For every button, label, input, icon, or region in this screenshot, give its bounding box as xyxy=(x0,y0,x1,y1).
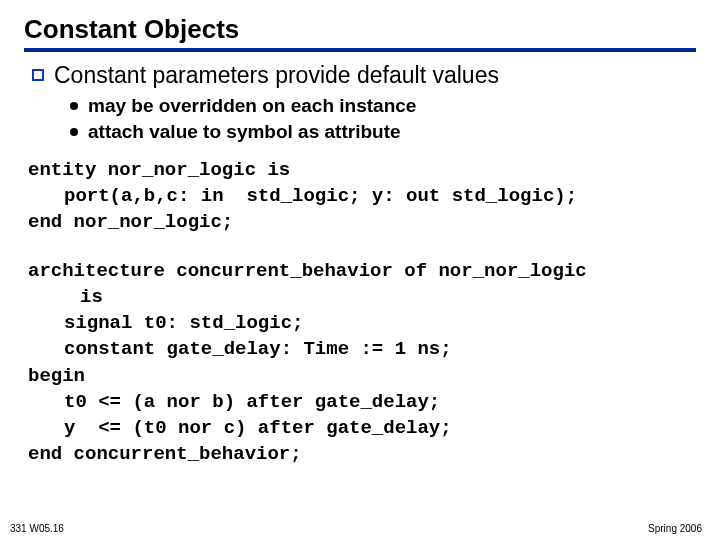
code-line: is xyxy=(28,284,696,310)
dot-bullet-icon xyxy=(70,102,78,110)
sub-bullet-text: may be overridden on each instance xyxy=(88,95,416,117)
slide: Constant Objects Constant parameters pro… xyxy=(0,0,720,540)
square-bullet-icon xyxy=(32,69,44,81)
code-line: y <= (t0 nor c) after gate_delay; xyxy=(28,415,696,441)
slide-title: Constant Objects xyxy=(24,14,696,52)
code-line: architecture concurrent_behavior of nor_… xyxy=(28,258,696,284)
sub-bullet-text: attach value to symbol as attribute xyxy=(88,121,401,143)
sub-bullet: may be overridden on each instance xyxy=(70,95,696,117)
footer-left: 331 W05.16 xyxy=(10,523,64,534)
code-line: port(a,b,c: in std_logic; y: out std_log… xyxy=(28,183,696,209)
code-block-architecture: architecture concurrent_behavior of nor_… xyxy=(28,258,696,468)
main-bullet: Constant parameters provide default valu… xyxy=(32,62,696,89)
code-line: begin xyxy=(28,363,696,389)
code-line: signal t0: std_logic; xyxy=(28,310,696,336)
main-bullet-text: Constant parameters provide default valu… xyxy=(54,62,499,89)
code-block-entity: entity nor_nor_logic is port(a,b,c: in s… xyxy=(28,157,696,236)
sub-bullet: attach value to symbol as attribute xyxy=(70,121,696,143)
code-line: end concurrent_behavior; xyxy=(28,441,696,467)
footer-right: Spring 2006 xyxy=(648,523,702,534)
code-line: constant gate_delay: Time := 1 ns; xyxy=(28,336,696,362)
footer: 331 W05.16 Spring 2006 xyxy=(10,523,702,534)
dot-bullet-icon xyxy=(70,128,78,136)
code-line: end nor_nor_logic; xyxy=(28,209,696,235)
code-line: t0 <= (a nor b) after gate_delay; xyxy=(28,389,696,415)
code-line: entity nor_nor_logic is xyxy=(28,157,696,183)
